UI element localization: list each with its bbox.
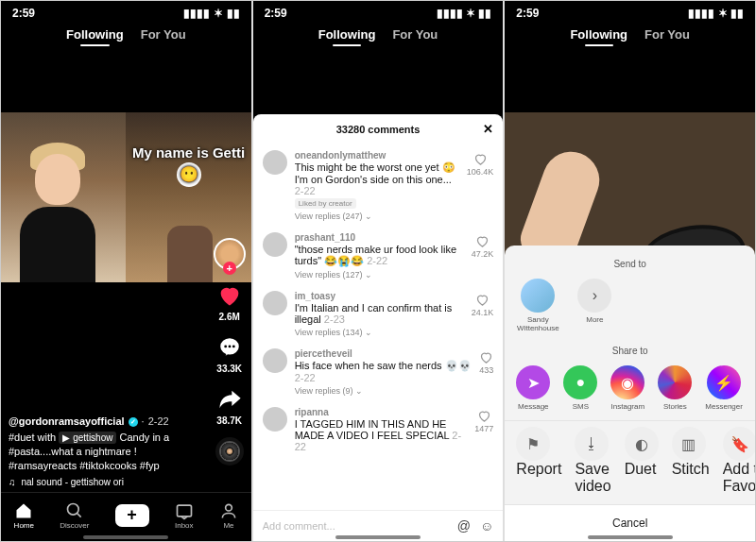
nav-create[interactable]: +	[115, 504, 149, 527]
comment-username[interactable]: im_toasy	[295, 291, 464, 301]
nav-discover[interactable]: Discover	[60, 501, 89, 530]
send-target-more[interactable]: › More	[573, 279, 616, 332]
comment-like-count: 47.2K	[472, 249, 494, 259]
status-time: 2:59	[12, 7, 35, 20]
tab-foryou[interactable]: For You	[644, 27, 690, 42]
share-instagram[interactable]: ◉Instagram	[610, 365, 644, 411]
comment-row[interactable]: oneandonlymatthewThis might be the worst…	[263, 144, 494, 227]
action-favorite[interactable]: 🔖Add to Favorites	[723, 427, 755, 495]
wifi-icon: ✶	[214, 7, 223, 20]
stories-icon	[658, 365, 692, 399]
comment-row[interactable]: prashant_110"those nerds make ur food lo…	[263, 227, 494, 285]
comment-row[interactable]: ripannaI TAGGED HIM IN THIS AND HE MADE …	[263, 401, 494, 458]
instagram-icon: ◉	[610, 365, 644, 399]
view-replies[interactable]: View replies (127) ⌄	[295, 270, 464, 279]
comment-like-button[interactable]: 106.4K	[467, 150, 494, 221]
home-indicator	[335, 535, 421, 539]
post-date: 2-22	[148, 415, 169, 429]
comment-avatar[interactable]	[263, 291, 287, 315]
signal-icon: ▮▮▮▮	[183, 7, 210, 20]
nav-me[interactable]: Me	[219, 501, 238, 530]
view-replies[interactable]: View replies (134) ⌄	[295, 328, 464, 337]
comment-row[interactable]: im_toasyI'm Italian and I can confirm th…	[263, 285, 494, 343]
comment-username[interactable]: oneandonlymatthew	[295, 150, 459, 161]
action-report[interactable]: ⚑Report	[516, 427, 561, 495]
share-sms[interactable]: ●SMS	[563, 365, 597, 411]
comments-sheet: 33280 comments ✕ oneandonlymatthewThis m…	[253, 114, 504, 541]
send-target-user[interactable]: Sandy Wittenhouse	[516, 279, 559, 332]
view-replies[interactable]: View replies (247) ⌄	[295, 212, 459, 221]
overlay-label: My name is Getti	[132, 144, 245, 161]
nav-inbox[interactable]: Inbox	[175, 501, 194, 530]
status-bar: 2:59 ▮▮▮▮ ✶ ▮▮	[253, 1, 504, 22]
sound-row[interactable]: ♫ nal sound - gettishow ori	[9, 476, 198, 489]
creator-avatar[interactable]: +	[214, 238, 246, 270]
emoji-icon[interactable]: ☺	[480, 518, 493, 534]
share-to-row[interactable]: ➤Message ●SMS ◉Instagram Stories ⚡Messen…	[505, 360, 755, 420]
comment-avatar[interactable]	[263, 348, 287, 373]
like-count: 2.6M	[219, 312, 240, 322]
svg-point-6	[226, 504, 232, 511]
messenger-icon: ⚡	[707, 365, 741, 399]
comments-header: 33280 comments ✕	[253, 114, 504, 144]
share-message[interactable]: ➤Message	[516, 365, 550, 411]
share-stories[interactable]: Stories	[658, 365, 692, 411]
phone-comments: 2:59 ▮▮▮▮ ✶ ▮▮ Following For You 33280 c…	[253, 1, 504, 541]
comment-like-count: 24.1K	[472, 308, 494, 317]
share-to-title: Share to	[505, 342, 755, 360]
sound-disc[interactable]	[215, 437, 244, 466]
svg-point-4	[67, 503, 78, 515]
duet-tag-chip[interactable]: ▶ gettishow	[59, 432, 116, 445]
tab-foryou[interactable]: For You	[141, 27, 186, 42]
action-stitch[interactable]: ▥Stitch	[672, 427, 710, 495]
comment-text: "those nerds make ur food look like turd…	[295, 244, 464, 267]
like-button[interactable]: 2.6M	[215, 281, 244, 322]
stitch-icon: ▥	[672, 427, 706, 461]
tab-following[interactable]: Following	[570, 27, 627, 42]
comment-like-button[interactable]: 24.1K	[472, 291, 494, 337]
comment-username[interactable]: piercetheveil	[295, 348, 472, 359]
actions-row[interactable]: ⚑Report ⭳Save video ◐Duet ▥Stitch 🔖Add t…	[505, 420, 755, 504]
username-row[interactable]: @gordonramsayofficial ✓ · 2-22	[9, 415, 198, 429]
svg-rect-5	[177, 505, 191, 517]
comments-list[interactable]: oneandonlymatthewThis might be the worst…	[253, 144, 504, 510]
download-icon: ⭳	[575, 427, 609, 461]
comment-input[interactable]: Add comment...	[263, 520, 450, 532]
tab-foryou[interactable]: For You	[392, 27, 438, 42]
status-icons: ▮▮▮▮ ✶ ▮▮	[688, 7, 744, 20]
comment-like-button[interactable]: 433	[479, 348, 493, 396]
comment-avatar[interactable]	[263, 407, 287, 432]
action-save[interactable]: ⭳Save video	[575, 427, 610, 495]
status-bar: 2:59 ▮▮▮▮ ✶ ▮▮	[1, 1, 251, 22]
video-area[interactable]: My name is Getti 😶 + 2.6M 33.3K 38.7K	[1, 51, 251, 541]
three-phone-layout: 2:59 ▮▮▮▮ ✶ ▮▮ Following For You My name…	[0, 0, 756, 542]
comment-text: His face when he saw the nerds 💀💀 2-22	[295, 360, 472, 383]
battery-icon: ▮▮	[227, 7, 240, 20]
send-to-title: Send to	[505, 255, 755, 273]
comment-like-button[interactable]: 1477	[474, 407, 493, 452]
comment-username[interactable]: prashant_110	[295, 232, 464, 243]
top-tabs: Following For You	[505, 22, 755, 51]
mention-icon[interactable]: @	[457, 518, 471, 534]
close-icon[interactable]: ✕	[483, 122, 493, 136]
share-button[interactable]: 38.7K	[215, 385, 244, 426]
svg-point-1	[224, 346, 227, 348]
share-messenger[interactable]: ⚡Messenger	[705, 365, 743, 411]
action-duet[interactable]: ◐Duet	[625, 427, 659, 495]
nav-home[interactable]: Home	[14, 501, 34, 530]
comments-button[interactable]: 33.3K	[215, 333, 244, 374]
comment-avatar[interactable]	[263, 232, 287, 257]
create-icon: +	[115, 504, 149, 527]
tab-following[interactable]: Following	[66, 27, 124, 42]
comment-username[interactable]: ripanna	[295, 407, 468, 417]
send-to-row[interactable]: Sandy Wittenhouse › More	[505, 273, 755, 342]
comment-like-button[interactable]: 47.2K	[472, 232, 494, 279]
follow-plus-icon[interactable]: +	[223, 262, 236, 275]
status-icons: ▮▮▮▮ ✶ ▮▮	[183, 7, 240, 20]
comment-row[interactable]: piercetheveilHis face when he saw the ne…	[263, 343, 494, 401]
comment-like-count: 433	[479, 365, 493, 375]
sound-name: nal sound - gettishow ori	[22, 476, 124, 489]
tab-following[interactable]: Following	[318, 27, 376, 42]
comment-avatar[interactable]	[263, 150, 287, 175]
view-replies[interactable]: View replies (9) ⌄	[295, 386, 472, 396]
